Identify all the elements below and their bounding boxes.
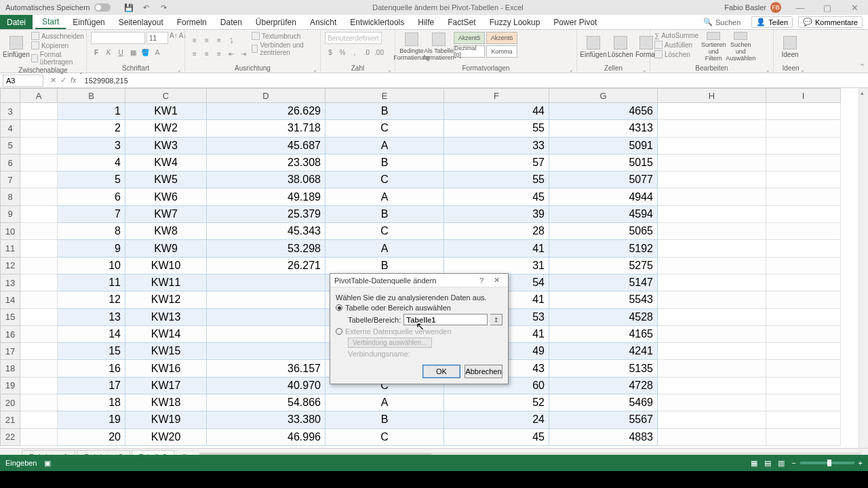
cell[interactable]: 4 <box>58 155 125 171</box>
comma-icon[interactable]: , <box>349 47 360 58</box>
indent-dec-icon[interactable]: ⇤ <box>226 48 237 59</box>
cell[interactable]: KW10 <box>125 258 207 274</box>
cell[interactable]: KW15 <box>125 343 207 360</box>
worksheet[interactable]: ABCDEFGHI 31KW126.629B44465642KW231.718C… <box>0 88 868 448</box>
cell[interactable] <box>20 274 58 291</box>
row-header[interactable]: 9 <box>0 206 20 223</box>
ribbon-tab-entwicklertools[interactable]: Entwicklertools <box>343 15 411 29</box>
cell[interactable] <box>658 343 766 360</box>
cell[interactable] <box>20 240 58 257</box>
cell[interactable]: 4241 <box>549 343 658 360</box>
range-input[interactable]: Tabelle1 <box>403 314 488 325</box>
cell[interactable] <box>20 343 58 360</box>
cell[interactable]: 28 <box>444 223 549 240</box>
column-header-E[interactable]: E <box>326 88 444 103</box>
cell[interactable]: 14 <box>58 326 125 343</box>
cell[interactable]: 45.343 <box>207 223 326 240</box>
number-format-select[interactable]: Benutzerdefiniert <box>325 32 382 44</box>
radio-icon[interactable] <box>336 304 342 311</box>
cell[interactable]: KW11 <box>125 274 207 291</box>
cell[interactable]: B <box>326 411 444 428</box>
cell[interactable] <box>766 429 841 446</box>
row-header[interactable]: 19 <box>0 378 20 394</box>
cell[interactable] <box>20 326 58 343</box>
cell[interactable]: KW7 <box>125 206 207 223</box>
cell[interactable]: 17 <box>58 378 125 394</box>
cell[interactable] <box>766 291 841 308</box>
cell[interactable]: 5469 <box>549 394 658 411</box>
copy-button[interactable]: Kopieren <box>31 41 84 49</box>
cell[interactable] <box>658 411 766 428</box>
fill-color-button[interactable]: 🪣 <box>140 47 151 58</box>
ribbon-tab-ansicht[interactable]: Ansicht <box>303 15 343 29</box>
cell[interactable]: 18 <box>58 394 125 411</box>
column-header-C[interactable]: C <box>125 88 207 103</box>
cell[interactable]: 55 <box>444 120 549 137</box>
cell[interactable] <box>20 360 58 377</box>
cell[interactable] <box>766 171 841 188</box>
search-box[interactable]: 🔍 Suchen <box>698 15 746 29</box>
cell[interactable]: 53.298 <box>207 240 326 257</box>
cell[interactable]: 4944 <box>549 188 658 205</box>
cell[interactable]: 45 <box>444 429 549 446</box>
cell[interactable] <box>766 411 841 428</box>
column-header-I[interactable]: I <box>766 88 841 103</box>
cell[interactable] <box>658 240 766 257</box>
cell[interactable]: KW19 <box>125 411 207 428</box>
ribbon-tab-fuzzy lookup[interactable]: Fuzzy Lookup <box>483 15 547 29</box>
cell[interactable]: KW14 <box>125 326 207 343</box>
sort-filter-button[interactable]: Sortieren und Filtern <box>701 32 726 62</box>
underline-button[interactable]: U <box>115 47 126 58</box>
cell[interactable] <box>207 291 326 308</box>
cell[interactable]: A <box>326 138 444 155</box>
cell[interactable]: 4528 <box>549 309 658 326</box>
cell[interactable] <box>766 378 841 394</box>
cell[interactable]: 1 <box>58 103 125 120</box>
clear-button[interactable]: Löschen <box>654 50 698 58</box>
cell[interactable]: 4656 <box>549 103 658 120</box>
cell[interactable]: A <box>326 394 444 411</box>
cell[interactable] <box>766 309 841 326</box>
cell[interactable] <box>658 188 766 205</box>
row-header[interactable]: 7 <box>0 171 20 188</box>
style-dezimal[interactable]: Dezimal [0] <box>454 45 485 58</box>
cell[interactable]: KW8 <box>125 223 207 240</box>
merge-center-button[interactable]: Verbinden und zentrieren <box>252 41 316 56</box>
cell[interactable] <box>766 343 841 360</box>
font-family-select[interactable] <box>91 32 145 44</box>
insert-cells-button[interactable]: Einfügen <box>581 32 606 62</box>
cell[interactable] <box>658 394 766 411</box>
row-header[interactable]: 6 <box>0 155 20 171</box>
view-break-icon[interactable]: ▥ <box>778 459 785 468</box>
cell[interactable]: KW2 <box>125 120 207 137</box>
undo-icon[interactable]: ↶ <box>142 3 151 12</box>
cell[interactable]: 45 <box>444 188 549 205</box>
cell[interactable]: KW16 <box>125 360 207 377</box>
cell[interactable] <box>766 188 841 205</box>
cell[interactable] <box>658 223 766 240</box>
cell[interactable] <box>20 188 58 205</box>
currency-icon[interactable]: $ <box>325 47 336 58</box>
cell[interactable]: 5543 <box>549 291 658 308</box>
cell[interactable]: 46.996 <box>207 429 326 446</box>
column-header-D[interactable]: D <box>207 88 326 103</box>
ribbon-tab-datei[interactable]: Datei <box>0 15 33 29</box>
cell[interactable]: 5147 <box>549 274 658 291</box>
row-header[interactable]: 5 <box>0 138 20 155</box>
cell[interactable]: 41 <box>444 240 549 257</box>
cell[interactable] <box>20 138 58 155</box>
cell[interactable] <box>207 309 326 326</box>
align-mid-icon[interactable]: ≡ <box>201 35 212 45</box>
cell[interactable]: A <box>326 240 444 257</box>
cell[interactable]: 10 <box>58 258 125 274</box>
cell[interactable]: 25.379 <box>207 206 326 223</box>
cell[interactable]: C <box>326 223 444 240</box>
orientation-icon[interactable]: ⤵ <box>226 35 237 45</box>
cell[interactable]: KW1 <box>125 103 207 120</box>
cell[interactable] <box>766 206 841 223</box>
cell[interactable]: 11 <box>58 274 125 291</box>
cell[interactable]: 38.068 <box>207 171 326 188</box>
cell[interactable]: 6 <box>58 188 125 205</box>
cell[interactable]: 16 <box>58 360 125 377</box>
row-header[interactable]: 4 <box>0 120 20 137</box>
